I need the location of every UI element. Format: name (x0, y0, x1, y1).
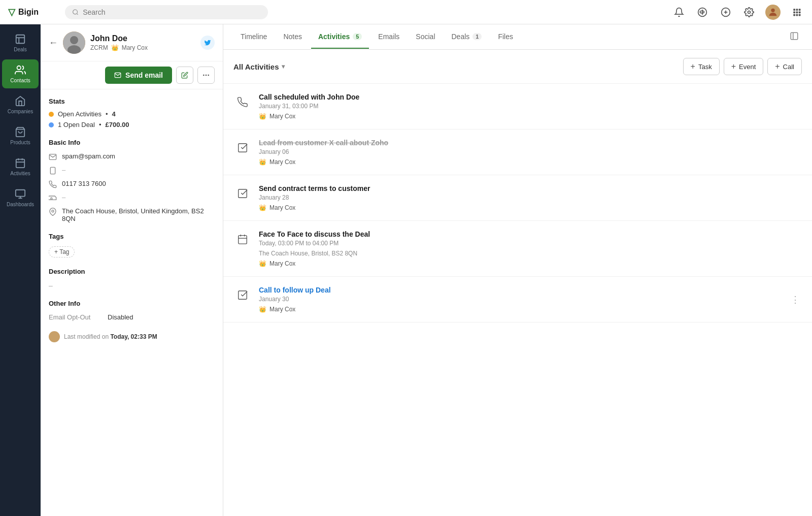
svg-rect-37 (239, 144, 247, 152)
activity-title-link[interactable]: Call to follow up Deal (259, 286, 782, 294)
activity-content: Call to follow up Deal January 30 👑 Mary… (259, 286, 782, 313)
back-button[interactable]: ← (49, 38, 58, 48)
top-nav: ▽ Bigin (0, 0, 812, 24)
add-task-button[interactable]: + Task (683, 58, 720, 75)
sidebar-item-dashboards[interactable]: Dashboards (2, 183, 39, 212)
tab-timeline[interactable]: Timeline (233, 25, 274, 49)
separator-dot: • (106, 110, 108, 118)
svg-rect-43 (239, 291, 247, 300)
email-opt-out-label: Email Opt-Out (49, 313, 99, 321)
tab-deals[interactable]: Deals 1 (445, 25, 489, 49)
activity-title: Call scheduled with John Doe (259, 93, 802, 101)
svg-point-27 (70, 36, 78, 44)
filter-dropdown[interactable]: All Activities ▾ (233, 62, 285, 71)
open-deal-dot (49, 122, 54, 127)
event-label: Event (739, 63, 756, 71)
tab-emails-label: Emails (378, 33, 399, 41)
sidebar-item-companies[interactable]: Companies (2, 90, 39, 119)
settings-icon[interactable] (742, 5, 756, 19)
twitter-button[interactable] (200, 36, 215, 50)
tab-emails[interactable]: Emails (371, 25, 407, 49)
add-tag-button[interactable]: + Tag (49, 246, 75, 257)
send-email-button[interactable]: Send email (105, 67, 172, 84)
contact-company: ZCRM (90, 44, 108, 51)
sidebar-label-companies: Companies (8, 109, 33, 114)
search-bar[interactable] (65, 5, 268, 19)
open-activities-value: 4 (112, 110, 116, 118)
call-label: Call (783, 63, 794, 71)
add-event-button[interactable]: + Event (724, 58, 764, 75)
sidebar-item-contacts[interactable]: Contacts (2, 59, 39, 88)
sidebar-label-activities: Activities (10, 171, 30, 176)
activity-date: January 31, 03:00 PM (259, 103, 802, 110)
sidebar-item-products[interactable]: Products (2, 121, 39, 150)
more-button[interactable] (197, 67, 215, 84)
activity-owner: 👑 Mary Cox (259, 113, 802, 120)
tab-files[interactable]: Files (491, 25, 520, 49)
task-label: Task (698, 63, 712, 71)
fax-value: – (62, 194, 65, 201)
activity-item: Call scheduled with John Doe January 31,… (223, 84, 812, 130)
svg-rect-9 (799, 9, 801, 11)
activity-more-button[interactable]: ⋮ (789, 292, 802, 307)
contact-name-info: John Doe ZCRM 👑 Mary Cox (90, 34, 195, 51)
add-icon[interactable] (719, 5, 733, 19)
task-activity-icon (233, 184, 252, 203)
tab-activities-badge: 5 (353, 33, 362, 40)
tags-title: Tags (49, 233, 215, 240)
phone-icon (49, 180, 57, 188)
svg-point-29 (203, 75, 205, 76)
stat-open-deal: 1 Open Deal • £700.00 (49, 121, 215, 128)
main-layout: Deals Contacts Companies Products Activi… (0, 24, 812, 516)
owner-name: Mary Cox (269, 260, 295, 267)
tab-social[interactable]: Social (409, 25, 442, 49)
sidebar-item-deals[interactable]: Deals (2, 28, 39, 57)
last-modified-text: Last modified on Today, 02:33 PM (64, 333, 157, 340)
search-input[interactable] (83, 8, 261, 16)
phone-row: 0117 313 7600 (49, 180, 215, 188)
contact-name: John Doe (90, 34, 195, 43)
notifications-icon[interactable] (672, 5, 686, 19)
svg-point-35 (52, 210, 54, 212)
sidebar-label-products: Products (10, 140, 30, 145)
left-panel: ← John Doe ZCRM 👑 Mary Cox Send email (41, 24, 223, 516)
tab-files-label: Files (498, 33, 513, 41)
top-nav-icons (672, 5, 804, 20)
sidebar-label-dashboards: Dashboards (7, 202, 34, 207)
svg-rect-10 (793, 11, 795, 13)
basic-info-section: Basic Info spam@spam.com – 0117 313 7600… (49, 139, 215, 222)
svg-rect-19 (16, 159, 25, 168)
svg-rect-13 (793, 14, 795, 16)
open-deal-label: 1 Open Deal (58, 121, 95, 128)
sidebar: Deals Contacts Companies Products Activi… (0, 24, 41, 516)
sidebar-item-activities[interactable]: Activities (2, 152, 39, 181)
mobile-row: – (49, 166, 215, 175)
task-activity-icon (233, 139, 252, 157)
action-buttons: + Task + Event + Call (683, 58, 802, 75)
tab-activities[interactable]: Activities 5 (311, 25, 369, 49)
activity-content: Face To Face to discuss the Deal Today, … (259, 230, 802, 267)
svg-point-31 (208, 75, 209, 76)
grid-icon[interactable] (790, 5, 804, 19)
activity-date: January 28 (259, 194, 802, 201)
svg-rect-11 (796, 11, 798, 13)
svg-point-6 (771, 8, 774, 12)
chevron-down-icon: ▾ (282, 63, 285, 70)
svg-rect-23 (16, 190, 25, 197)
open-deal-value: £700.00 (106, 121, 129, 128)
filter-label: All Activities (233, 62, 279, 71)
mobile-icon (49, 167, 57, 175)
edit-button[interactable] (176, 67, 193, 84)
description-section: Description – (49, 268, 215, 289)
sidebar-label-contacts: Contacts (10, 78, 30, 83)
activity-item: Face To Face to discuss the Deal Today, … (223, 221, 812, 277)
add-call-button[interactable]: + Call (767, 58, 802, 75)
tab-notes[interactable]: Notes (276, 25, 309, 49)
user-avatar[interactable] (765, 5, 781, 20)
right-panel: Timeline Notes Activities 5 Emails Socia… (223, 24, 812, 516)
expand-button[interactable] (787, 28, 802, 45)
address-value: The Coach House, Bristol, United Kingdom… (62, 207, 215, 222)
event-plus-icon: + (731, 62, 736, 71)
dollar-icon[interactable] (695, 5, 709, 19)
brand-name: Bigin (18, 8, 39, 17)
